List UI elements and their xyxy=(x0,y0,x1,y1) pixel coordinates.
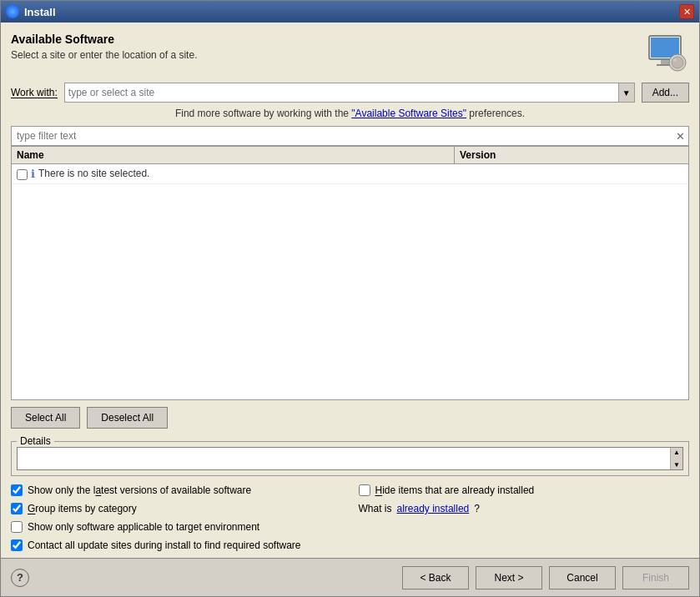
details-legend: Details xyxy=(17,435,54,447)
select-all-button[interactable]: Select All xyxy=(11,407,80,429)
footer-buttons: < Back Next > Cancel Finish xyxy=(402,566,689,589)
table-row: ℹ There is no site selected. xyxy=(12,164,688,184)
table-body: ℹ There is no site selected. xyxy=(12,164,688,399)
find-more-row: Find more software by working with the "… xyxy=(11,108,689,119)
show-latest-label: Show only the latest versions of availab… xyxy=(28,484,251,496)
info-icon: ℹ xyxy=(31,168,35,180)
header-text: Available Software Select a site or ente… xyxy=(11,33,197,61)
checkboxes-left: Show only the latest versions of availab… xyxy=(11,484,342,551)
col-name: Name xyxy=(12,147,455,163)
show-applicable-row: Show only software applicable to target … xyxy=(11,521,342,533)
header-section: Available Software Select a site or ente… xyxy=(11,33,689,76)
contact-update-sites-checkbox[interactable] xyxy=(11,539,23,551)
page-subtitle: Select a site or enter the location of a… xyxy=(11,49,197,61)
hide-installed-checkbox[interactable] xyxy=(359,484,370,496)
site-combo: ▼ xyxy=(64,83,635,103)
finish-button[interactable]: Finish xyxy=(622,566,689,589)
deselect-all-button[interactable]: Deselect All xyxy=(87,407,168,429)
footer: ? < Back Next > Cancel Finish xyxy=(1,558,699,596)
table-header: Name Version xyxy=(12,147,688,164)
add-button[interactable]: Add... xyxy=(642,83,689,103)
next-button[interactable]: Next > xyxy=(476,566,542,589)
main-window: Install ✕ Available Software Select a si… xyxy=(0,0,700,597)
main-content: Available Software Select a site or ente… xyxy=(1,23,699,558)
titlebar-title: Install xyxy=(24,6,56,18)
show-latest-checkbox[interactable] xyxy=(11,484,23,496)
details-content: ▲ ▼ xyxy=(17,447,683,470)
details-scrollbar[interactable]: ▲ ▼ xyxy=(670,448,682,469)
titlebar-left: Install xyxy=(6,5,56,18)
show-latest-row: Show only the latest versions of availab… xyxy=(11,484,342,496)
contact-update-sites-row: Contact all update sites during install … xyxy=(11,539,342,551)
group-by-category-row: Group items by category xyxy=(11,503,342,514)
work-with-row: Work with: ▼ Add... xyxy=(11,83,689,103)
help-button[interactable]: ? xyxy=(11,569,29,587)
page-title: Available Software xyxy=(11,33,197,46)
what-is-installed-prefix: What is xyxy=(359,503,392,514)
cancel-button[interactable]: Cancel xyxy=(549,566,616,589)
footer-left: ? xyxy=(11,569,29,587)
close-button[interactable]: ✕ xyxy=(679,4,694,19)
titlebar: Install ✕ xyxy=(1,1,699,23)
contact-update-sites-label: Contact all update sites during install … xyxy=(28,539,301,551)
svg-point-5 xyxy=(672,57,683,68)
hide-installed-label: Hide items that are already installed xyxy=(375,484,535,496)
back-button[interactable]: < Back xyxy=(402,566,469,589)
filter-clear-icon[interactable]: ✕ xyxy=(672,127,688,145)
group-by-category-checkbox[interactable] xyxy=(11,503,23,514)
what-is-installed-suffix: ? xyxy=(474,503,480,514)
find-more-suffix: preferences. xyxy=(466,108,525,119)
group-by-category-label: Group items by category xyxy=(28,503,137,514)
filter-row: ✕ xyxy=(11,126,689,146)
filter-input[interactable] xyxy=(12,127,672,145)
checkboxes-right: Hide items that are already installed Wh… xyxy=(359,484,690,551)
hide-installed-row: Hide items that are already installed xyxy=(359,484,690,496)
col-version: Version xyxy=(455,147,688,163)
show-applicable-checkbox[interactable] xyxy=(11,521,23,533)
combo-dropdown-arrow[interactable]: ▼ xyxy=(618,83,635,103)
app-icon xyxy=(6,5,19,18)
what-is-installed-row: What is already installed? xyxy=(359,503,690,514)
row-checkbox[interactable] xyxy=(17,169,28,180)
site-input[interactable] xyxy=(64,83,618,103)
row-text: There is no site selected. xyxy=(38,168,149,179)
work-with-label: Work with: xyxy=(11,87,58,98)
checkboxes-section: Show only the latest versions of availab… xyxy=(11,484,689,551)
header-icon xyxy=(646,33,689,76)
available-software-sites-link[interactable]: "Available Software Sites" xyxy=(351,108,466,119)
software-table: Name Version ℹ There is no site selected… xyxy=(11,146,689,400)
selection-buttons: Select All Deselect All xyxy=(11,407,689,429)
already-installed-link[interactable]: already installed xyxy=(397,503,470,514)
details-fieldset: Details ▲ ▼ xyxy=(11,435,689,476)
show-applicable-label: Show only software applicable to target … xyxy=(28,521,259,533)
details-text xyxy=(18,448,670,469)
monitor-icon xyxy=(646,33,689,76)
find-more-prefix: Find more software by working with the xyxy=(175,108,351,119)
svg-rect-2 xyxy=(661,60,669,64)
